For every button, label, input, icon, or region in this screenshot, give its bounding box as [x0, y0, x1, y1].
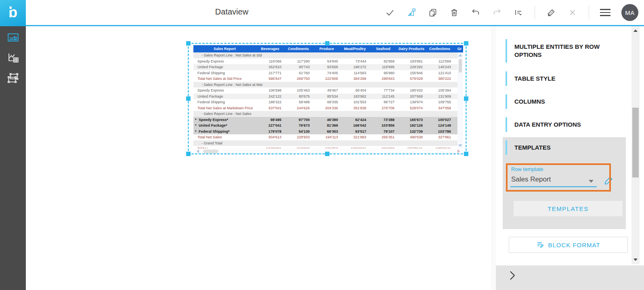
confirm-check-icon[interactable] — [385, 7, 395, 18]
panel-section-templates[interactable]: TEMPLATES — [506, 140, 621, 155]
table-row-total: Total Net Sales at Std Price596'647269'7… — [193, 76, 463, 82]
panel-section-multiple-entities-by-row-options[interactable]: MULTIPLE ENTITIES BY ROW OPTIONS — [506, 39, 621, 63]
section-accent-bar — [506, 39, 507, 63]
value-cell: 380'222 — [426, 76, 454, 82]
value-cell: 351'939 — [341, 105, 369, 111]
value-cell: 204'336 — [313, 105, 341, 111]
value-cell: 207'668 — [397, 94, 426, 100]
sidebar-item-layout-objects[interactable] — [0, 69, 26, 87]
row-label: Federal Shipping — [193, 70, 256, 76]
close-icon[interactable] — [567, 7, 578, 18]
board-logo-tile[interactable]: b — [0, 0, 26, 26]
value-cell: 103'786 — [426, 129, 454, 135]
menu-icon[interactable] — [600, 9, 610, 16]
panel-section-table-style[interactable]: TABLE STYLE — [506, 71, 621, 86]
value-cell: 528'074 — [397, 105, 426, 111]
value-cell: 183'982 — [341, 94, 369, 100]
value-cell: 180'432 — [397, 88, 426, 94]
dataview-object[interactable]: Sales ReportBeveragesCondimentsProduceMe… — [193, 45, 463, 152]
left-sidebar — [0, 26, 26, 290]
value-cell: 105'394 — [426, 88, 454, 94]
sidebar-item-chart-builder[interactable] — [0, 49, 26, 67]
table-body: - Sales Report Line : Net Sales at StdSp… — [193, 52, 463, 152]
panel-scrollbar[interactable] — [631, 26, 640, 264]
table-row-data: United Package242'12280'67585'534183'982… — [193, 94, 463, 100]
value-cell: 242'122 — [256, 94, 284, 100]
value-cell: 101'553 — [341, 99, 369, 105]
value-cell: 269'793 — [284, 76, 313, 82]
selection-handle-middle-right[interactable] — [464, 96, 468, 101]
redo-icon[interactable] — [492, 7, 502, 18]
panel-section-columns[interactable]: COLUMNS — [506, 94, 621, 109]
selection-handle-middle-left[interactable] — [186, 96, 191, 101]
value-cell: 217'771 — [256, 70, 284, 76]
row-label: United Package — [193, 64, 256, 70]
value-cell: 256'351 — [369, 134, 397, 140]
selection-handle-top-left[interactable] — [186, 41, 191, 46]
design-ruler-icon[interactable] — [546, 7, 556, 18]
chevron-down-icon[interactable] — [589, 180, 594, 183]
section-accent-bar — [506, 117, 507, 132]
value-cell: 504'613 — [256, 134, 284, 140]
collapse-panel-chevron-icon[interactable] — [509, 270, 516, 281]
avatar[interactable]: MA — [621, 4, 638, 21]
scroll-up-arrow-icon[interactable] — [634, 29, 638, 32]
group-row-label: - Sales Report Line : Net Sales at Std — [193, 52, 463, 58]
dataview-icon — [7, 31, 19, 44]
row-template-label: Row template — [511, 166, 543, 172]
toolbar-separator — [589, 6, 589, 19]
duplicate-icon[interactable] — [428, 7, 438, 18]
trash-icon[interactable] — [449, 7, 459, 18]
scroll-down-arrow-icon[interactable] — [634, 259, 638, 261]
scroll-down-arrow-icon[interactable] — [458, 144, 462, 147]
horizontal-scroll-thumb[interactable] — [203, 150, 218, 153]
section-accent-bar — [506, 140, 507, 155]
selection-handle-bottom-middle[interactable] — [325, 152, 329, 156]
panel-section-data-entry-options[interactable]: DATA ENTRY OPTIONS — [506, 117, 621, 132]
value-cell: 112'569 — [426, 58, 454, 65]
value-cell: 192'126 — [397, 123, 426, 129]
list-options-icon[interactable] — [513, 7, 524, 18]
value-cell: 298'843 — [369, 76, 397, 82]
table-row-entry: *Federal Shipping*179'07854'13066'35393'… — [193, 129, 463, 135]
row-label: Total Net Sales at Markdown Price — [193, 105, 256, 111]
value-cell: 166'042 — [341, 123, 369, 129]
column-header-sales-report: Sales Report — [193, 45, 256, 52]
selection-handle-top-right[interactable] — [464, 41, 468, 46]
value-cell: 69'335 — [313, 99, 341, 105]
sidebar-item-dataview[interactable] — [0, 29, 26, 46]
scroll-left-arrow-icon[interactable] — [197, 149, 199, 153]
section-label: DATA ENTRY OPTIONS — [514, 121, 615, 129]
value-cell: 58'488 — [284, 99, 313, 105]
section-label: TABLE STYLE — [514, 75, 615, 83]
section-label: TEMPLATES — [514, 144, 615, 152]
value-cell: 117'290 — [284, 58, 313, 65]
value-cell: 596'647 — [256, 76, 284, 82]
edit-pencil-icon[interactable] — [603, 175, 615, 186]
scroll-right-arrow-icon[interactable] — [457, 149, 460, 153]
scroll-up-arrow-icon[interactable] — [458, 54, 462, 56]
row-template-select[interactable]: Sales Report — [511, 175, 590, 184]
value-cell: 139'974 — [397, 99, 426, 105]
panel-scroll-thumb[interactable] — [632, 108, 639, 177]
section-accent-bar — [506, 71, 507, 86]
block-format-icon — [536, 241, 544, 249]
selection-handle-top-middle[interactable] — [325, 41, 329, 46]
value-cell: 124'149 — [426, 123, 454, 129]
selection-handle-bottom-right[interactable] — [464, 152, 468, 156]
value-cell: 229'292 — [397, 64, 426, 70]
value-cell: 95'980 — [369, 70, 397, 76]
table-vertical-scrollbar[interactable] — [457, 52, 463, 148]
undo-icon[interactable] — [470, 7, 481, 18]
templates-button[interactable]: TEMPLATES — [514, 201, 623, 216]
value-cell: 66'404 — [341, 88, 369, 94]
column-header-confections: Confections — [426, 45, 454, 52]
selection-handle-bottom-left[interactable] — [186, 152, 191, 156]
select-tool-icon[interactable] — [406, 7, 417, 18]
vertical-scroll-thumb[interactable] — [459, 59, 462, 73]
value-cell: 327'961 — [426, 134, 454, 140]
value-cell: 262'810 — [256, 64, 284, 70]
value-cell: 537'041 — [256, 105, 284, 111]
data-entry-marker: * — [195, 123, 199, 129]
block-format-button[interactable]: BLOCK FORMAT — [509, 237, 628, 253]
